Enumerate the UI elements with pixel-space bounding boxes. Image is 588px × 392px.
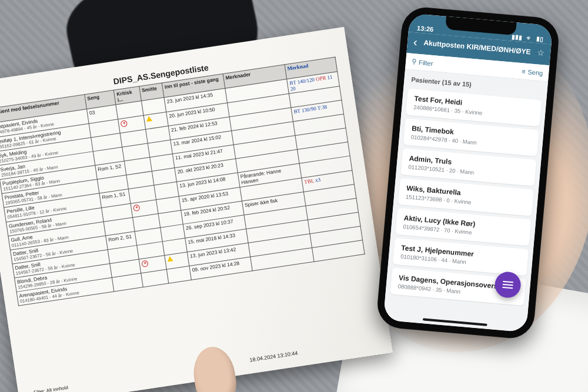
filter-button[interactable]: ⚲ Filter: [412, 58, 433, 67]
wifi-icon: ᯤ: [526, 35, 533, 42]
seng-sort-button[interactable]: ≡ Seng: [522, 68, 543, 76]
paper-sheet: DIPS_AS.Sengepostliste Pasient med fødse…: [0, 27, 393, 392]
paper-footer-timestamp: 18.04.2024 13:10:44: [249, 350, 298, 363]
cell-smitte: [166, 266, 192, 284]
paper-footer-filter: Filter: Alt innhold: [34, 385, 69, 392]
battery-icon: ▮▯: [536, 35, 544, 42]
fab-line-icon: [502, 287, 513, 289]
phone-screen: 13:26 ▮▮▮ ᯤ ▮▯ ‹ Akuttposten KIR/MED/ØNH…: [383, 13, 553, 332]
fab-line-icon: [503, 284, 513, 286]
patient-list[interactable]: Test For, Heidi240886*10661 · 35 · Kvinn…: [383, 85, 547, 333]
signal-icon: ▮▮▮: [512, 33, 523, 41]
critical-icon: +: [133, 204, 141, 212]
sort-icon: ≡: [522, 68, 526, 75]
hazard-icon: [146, 116, 152, 122]
critical-icon: +: [142, 260, 149, 267]
fab-line-icon: [503, 281, 513, 283]
back-icon[interactable]: ‹: [413, 36, 417, 48]
seng-label: Seng: [527, 68, 543, 76]
status-clock: 13:26: [417, 25, 434, 33]
filter-icon: ⚲: [412, 58, 417, 66]
critical-icon: +: [121, 120, 128, 128]
filter-label: Filter: [419, 58, 433, 66]
app-title: Akuttposten KIR/MED/ØNH/ØYE: [422, 38, 533, 56]
hazard-icon: [166, 256, 173, 262]
favorite-icon[interactable]: ☆: [537, 48, 545, 58]
cell-kritisk: [141, 269, 168, 287]
smartphone: 13:26 ▮▮▮ ᯤ ▮▯ ‹ Akuttposten KIR/MED/ØNH…: [376, 5, 561, 340]
